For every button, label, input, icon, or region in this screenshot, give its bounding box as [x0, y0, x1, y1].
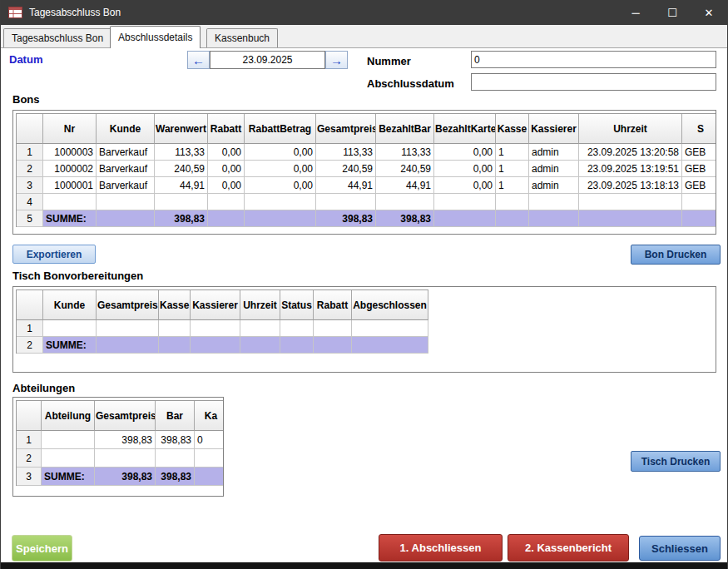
grid-cell[interactable]: 0,00 — [245, 144, 316, 161]
grid-cell[interactable]: 0 — [195, 431, 224, 449]
tisch-drucken-button[interactable]: Tisch Drucken — [631, 451, 721, 472]
grid-cell[interactable]: GEB — [682, 177, 716, 194]
grid-cell[interactable] — [314, 337, 352, 354]
grid-cell[interactable]: 0,00 — [434, 177, 496, 194]
grid-cell[interactable] — [682, 194, 716, 210]
grid-cell[interactable]: 0,00 — [208, 161, 245, 177]
grid-cell[interactable]: 0,00 — [245, 161, 316, 177]
grid-cell[interactable] — [529, 210, 579, 227]
grid-cell[interactable] — [95, 449, 156, 468]
grid-cell[interactable] — [579, 194, 682, 210]
grid-cell[interactable] — [191, 320, 240, 337]
tab-tagesabschluss-bon[interactable]: Tagesabschluss Bon — [3, 28, 111, 47]
grid-cell[interactable]: admin — [529, 161, 579, 177]
row-header[interactable]: 3 — [17, 468, 42, 486]
grid-cell[interactable]: 240,59 — [376, 161, 434, 177]
grid-cell[interactable] — [97, 210, 155, 227]
grid-cell[interactable] — [195, 468, 224, 486]
grid-cell[interactable] — [376, 194, 434, 210]
schliessen-button[interactable]: Schliessen — [639, 536, 721, 561]
row-header[interactable]: 2 — [17, 161, 43, 177]
grid-cell[interactable] — [42, 431, 95, 449]
grid-cell[interactable] — [43, 194, 97, 210]
grid-cell[interactable] — [434, 210, 496, 227]
grid-cell[interactable]: 240,59 — [155, 161, 208, 177]
grid-cell[interactable] — [155, 194, 208, 210]
grid-cell[interactable]: 1 — [496, 177, 529, 194]
nummer-input[interactable] — [471, 51, 716, 68]
speichern-button[interactable]: Speichern — [12, 535, 72, 562]
grid-cell[interactable] — [97, 337, 159, 354]
grid-cell[interactable] — [191, 337, 240, 354]
grid-cell[interactable]: 0,00 — [434, 161, 496, 177]
grid-cell[interactable] — [159, 337, 191, 354]
grid-cell[interactable]: 0,00 — [434, 144, 496, 161]
grid-cell[interactable]: 398,83 — [156, 468, 195, 486]
grid-cell[interactable] — [434, 194, 496, 210]
grid-cell[interactable] — [280, 337, 314, 354]
grid-cell[interactable]: SUMME: — [43, 210, 97, 227]
grid-cell[interactable] — [240, 320, 280, 337]
grid-cell[interactable]: SUMME: — [42, 468, 95, 486]
grid-cell[interactable]: 44,91 — [155, 177, 208, 194]
grid-cell[interactable]: Barverkauf — [97, 161, 155, 177]
grid-cell[interactable]: 398,83 — [376, 210, 434, 227]
tab-abschlussdetails[interactable]: Abschlussdetails — [110, 26, 201, 48]
grid-cell[interactable]: 1 — [496, 144, 529, 161]
grid-cell[interactable] — [195, 449, 224, 468]
minimize-icon[interactable]: ─ — [617, 0, 654, 25]
bon-drucken-button[interactable]: Bon Drucken — [631, 245, 721, 265]
previous-date-arrow-icon[interactable]: ← — [187, 51, 210, 69]
row-header[interactable]: 1 — [17, 431, 42, 449]
grid-cell[interactable]: GEB — [682, 161, 716, 177]
kassenbericht-button[interactable]: 2. Kassenbericht — [508, 534, 629, 562]
date-field[interactable]: 23.09.2025 — [210, 51, 325, 69]
grid-cell[interactable] — [42, 449, 95, 468]
abschlussdatum-input[interactable] — [471, 73, 716, 91]
grid-cell[interactable]: 1000001 — [43, 177, 97, 194]
grid-cell[interactable]: Barverkauf — [97, 144, 155, 161]
row-header[interactable]: 5 — [17, 210, 43, 227]
grid-cell[interactable] — [159, 320, 191, 337]
grid-cell[interactable] — [43, 320, 97, 337]
exportieren-button[interactable]: Exportieren — [12, 245, 96, 264]
grid-cell[interactable]: GEB — [682, 144, 716, 161]
grid-cell[interactable] — [208, 194, 245, 210]
grid-cell[interactable]: 0,00 — [208, 144, 245, 161]
row-header[interactable]: 2 — [17, 449, 42, 468]
grid-cell[interactable]: 23.09.2025 13:19:51 — [579, 161, 682, 177]
row-header[interactable]: 3 — [17, 177, 43, 194]
grid-cell[interactable] — [314, 320, 352, 337]
grid-cell[interactable] — [97, 194, 155, 210]
tab-kassenbuch[interactable]: Kassenbuch — [206, 28, 278, 47]
grid-cell[interactable] — [529, 194, 579, 210]
grid-cell[interactable] — [682, 210, 716, 227]
grid-cell[interactable] — [240, 337, 280, 354]
grid-cell[interactable]: 23.09.2025 13:20:58 — [579, 144, 682, 161]
row-header[interactable]: 1 — [17, 144, 43, 161]
grid-cell[interactable]: 0,00 — [245, 177, 316, 194]
grid-cell[interactable] — [316, 194, 376, 210]
grid-cell[interactable]: 398,83 — [156, 431, 195, 449]
grid-cell[interactable] — [579, 210, 682, 227]
grid-cell[interactable]: SUMME: — [43, 337, 97, 354]
grid-cell[interactable]: 0,00 — [208, 177, 245, 194]
grid-cell[interactable]: admin — [529, 177, 579, 194]
close-icon[interactable]: ✕ — [691, 0, 727, 25]
grid-cell[interactable] — [352, 337, 428, 354]
grid-cell[interactable] — [280, 320, 314, 337]
grid-cell[interactable] — [496, 210, 529, 227]
grid-cell[interactable]: 113,33 — [155, 144, 208, 161]
grid-cell[interactable] — [156, 449, 195, 468]
grid-cell[interactable] — [352, 320, 428, 337]
row-header[interactable]: 1 — [17, 320, 43, 337]
grid-cell[interactable]: 44,91 — [316, 177, 376, 194]
grid-cell[interactable]: 1 — [496, 161, 529, 177]
grid-cell[interactable] — [245, 210, 316, 227]
grid-cell[interactable]: 113,33 — [376, 144, 434, 161]
grid-cell[interactable]: 1000003 — [43, 144, 97, 161]
grid-cell[interactable] — [97, 320, 159, 337]
grid-cell[interactable]: 398,83 — [95, 431, 156, 449]
grid-cell[interactable]: admin — [529, 144, 579, 161]
next-date-arrow-icon[interactable]: → — [325, 51, 348, 69]
